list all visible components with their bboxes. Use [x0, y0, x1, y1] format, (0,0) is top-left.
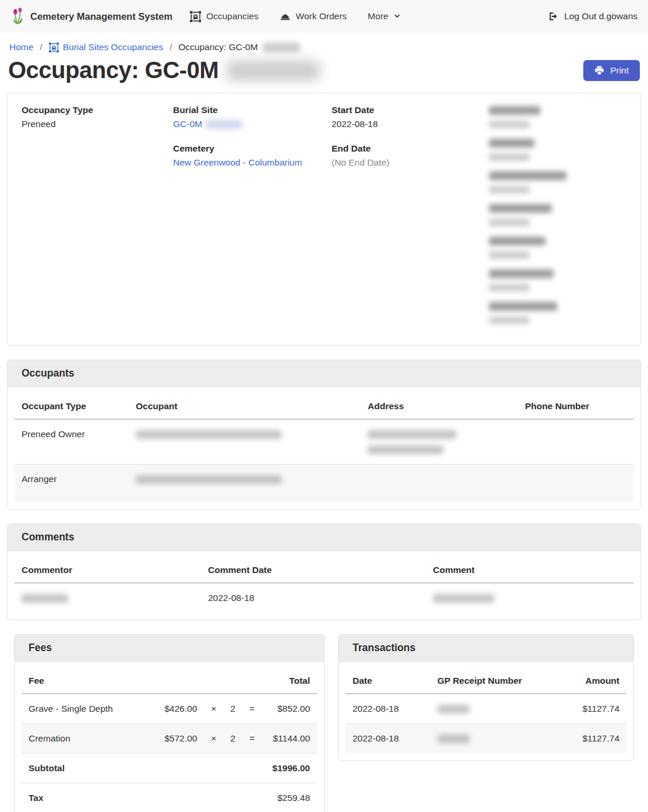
comments-table: Commentor Comment Date Comment 2022-08-1…: [15, 558, 633, 613]
breadcrumb-occupancies-link[interactable]: Burial Sites Occupancies: [49, 42, 163, 52]
nav-item-more[interactable]: More: [368, 11, 401, 22]
occupants-card: Occupants Occupant Type Occupant Address…: [7, 360, 641, 509]
redacted-text: [489, 171, 566, 180]
transactions-col-date: Date: [346, 669, 431, 694]
logout-button[interactable]: Log Out d.gowans: [548, 11, 638, 22]
fee-eq-cell: =: [242, 724, 262, 754]
logout-label: Log Out d.gowans: [564, 11, 638, 22]
redacted-text: [489, 219, 530, 226]
fee-times-cell: ×: [204, 694, 223, 724]
comment-cell: [426, 583, 633, 613]
start-date-label: Start Date: [332, 105, 489, 115]
occupants-col-address: Address: [361, 394, 518, 419]
redacted-text: [438, 705, 470, 713]
table-row: Arranger: [15, 465, 633, 502]
occupancy-type-value: Preneed: [22, 119, 173, 129]
redacted-field: [489, 138, 626, 162]
tombstone-icon: [49, 43, 59, 52]
nav-more-label: More: [368, 11, 388, 22]
table-row: Grave - Single Depth $426.00 × 2 = $852.…: [22, 694, 317, 724]
page-head: Occupancy: GC-0M Print: [0, 55, 648, 93]
redacted-text: [489, 302, 557, 311]
transaction-amount-cell: $1127.74: [576, 694, 627, 724]
redacted-field: [489, 105, 626, 129]
burial-site-label: Burial Site: [173, 105, 332, 115]
subtotal-value: $1996.00: [262, 754, 317, 783]
transactions-table: Date GP Receipt Number Amount 2022-08-18…: [346, 669, 626, 753]
occupancy-details-card: Occupancy Type Preneed Burial Site GC-0M…: [7, 93, 641, 346]
transactions-card: Transactions Date GP Receipt Number Amou…: [338, 634, 634, 761]
print-label: Print: [610, 65, 629, 76]
fee-unit-cell: $426.00: [150, 694, 204, 724]
occupant-name-cell: [129, 465, 361, 502]
transaction-date-cell: 2022-08-18: [346, 724, 431, 754]
nav-links: Occupancies Work Orders More: [190, 11, 402, 22]
occupant-address-cell: [361, 419, 518, 465]
burial-site-link[interactable]: GC-0M: [173, 119, 202, 129]
breadcrumb-separator: /: [170, 42, 172, 52]
occupants-col-type: Occupant Type: [15, 394, 129, 419]
page-title-text: Occupancy: GC-0M: [8, 57, 219, 83]
app-title: Cemetery Management System: [30, 11, 172, 22]
transaction-receipt-cell: [431, 694, 576, 724]
top-navbar: Cemetery Management System Occupancies: [0, 0, 648, 33]
redacted-text: [22, 594, 68, 603]
redacted-text: [489, 121, 530, 128]
nav-work-orders-label: Work Orders: [296, 11, 347, 22]
redacted-text: [489, 106, 540, 115]
comments-card: Comments Commentor Comment Date Comment …: [7, 523, 641, 620]
redacted-field: [489, 301, 626, 325]
occupancy-type-field: Occupancy Type Preneed: [22, 105, 173, 129]
table-row: Cremation $572.00 × 2 = $1144.00: [22, 724, 317, 754]
tulip-logo-icon: [10, 8, 24, 25]
redacted-text: [489, 269, 554, 278]
cemetery-link[interactable]: New Greenwood - Columbarium: [173, 157, 302, 167]
nav-item-occupancies[interactable]: Occupancies: [190, 11, 259, 22]
redacted-text: [489, 139, 534, 147]
breadcrumb: Home / Burial Sites Occupancies / Occupa…: [0, 33, 648, 55]
nav-item-work-orders[interactable]: Work Orders: [280, 11, 347, 22]
breadcrumb-current: Occupancy: GC-0M: [178, 42, 300, 52]
tombstone-icon: [190, 11, 201, 22]
fee-total-cell: $852.00: [262, 694, 317, 724]
cemetery-label: Cemetery: [173, 143, 332, 154]
redacted-field: [489, 203, 626, 227]
occupant-name-cell: [129, 419, 361, 465]
app-brand[interactable]: Cemetery Management System: [10, 8, 172, 25]
redacted-text: [136, 430, 281, 439]
burial-site-field: Burial Site GC-0M: [173, 105, 332, 129]
fees-table: Fee Total Grave - Single Depth $426.00: [22, 669, 317, 812]
redacted-text: [489, 186, 530, 194]
comments-col-comment: Comment: [426, 558, 633, 583]
redacted-text: [227, 61, 320, 80]
fees-card-title: Fees: [15, 635, 324, 662]
occupants-col-phone: Phone Number: [518, 394, 633, 419]
fee-qty-cell: 2: [223, 694, 242, 724]
redacted-text: [368, 445, 443, 454]
details-col-4-redacted: [489, 105, 626, 333]
transactions-card-title: Transactions: [339, 635, 633, 662]
redacted-text: [489, 284, 530, 291]
fee-name-cell: Grave - Single Depth: [22, 694, 150, 724]
occupants-table: Occupant Type Occupant Address Phone Num…: [15, 394, 633, 502]
redacted-text: [489, 251, 530, 259]
transactions-col-receipt: GP Receipt Number: [431, 669, 576, 694]
fee-eq-cell: =: [242, 694, 262, 724]
redacted-text: [206, 120, 242, 129]
comments-col-commentor: Commentor: [15, 558, 201, 583]
end-date-label: End Date: [332, 143, 489, 154]
breadcrumb-home-link[interactable]: Home: [9, 42, 33, 52]
table-row: 2022-08-18 $1127.74: [346, 724, 626, 754]
redacted-text: [433, 594, 494, 603]
tax-row: Tax $259.48: [22, 783, 317, 812]
breadcrumb-occupancies-label: Burial Sites Occupancies: [63, 42, 163, 52]
details-col-2: Burial Site GC-0M Cemetery New Greenwood…: [173, 105, 332, 333]
start-date-field: Start Date 2022-08-18: [332, 105, 489, 129]
print-button[interactable]: Print: [583, 60, 640, 81]
subtotal-row: Subtotal $1996.00: [22, 754, 317, 783]
page-title: Occupancy: GC-0M: [8, 57, 320, 83]
redacted-text: [438, 734, 470, 743]
redacted-text: [368, 430, 456, 439]
redacted-text: [489, 317, 530, 324]
comments-card-title: Comments: [8, 524, 640, 551]
